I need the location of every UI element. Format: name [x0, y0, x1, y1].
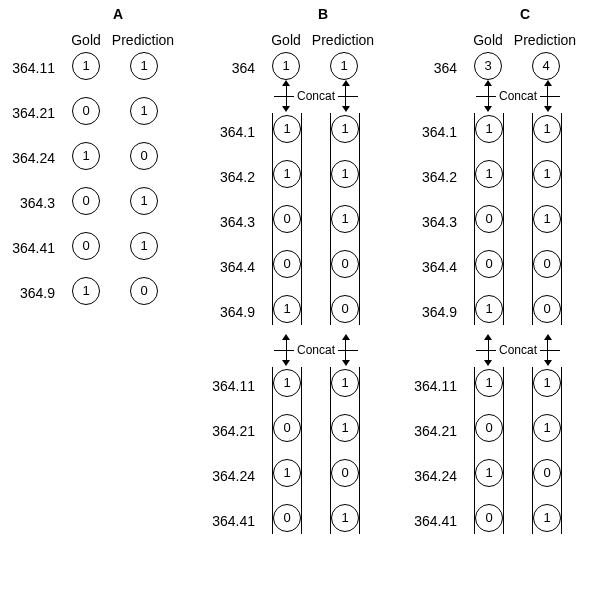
vector-node: 1: [330, 52, 358, 80]
vector-node: 1: [475, 160, 503, 188]
panel-c-pred-header: Prediction: [510, 32, 580, 48]
vector-node: 1: [273, 160, 301, 188]
vector-node: 1: [273, 459, 301, 487]
panel-c-row-label: 364.21: [402, 423, 457, 439]
vector-node: 0: [273, 504, 301, 532]
vector-node: 1: [533, 414, 561, 442]
panel-c-row-label: 364: [402, 60, 457, 76]
panel-c-gold-t2: 1 0 1 0: [474, 367, 504, 534]
vector-node: 3: [474, 52, 502, 80]
panel-c-label: C: [520, 6, 530, 22]
panel-b-row-label: 364.3: [200, 214, 255, 230]
vector-node: 0: [533, 459, 561, 487]
vector-node: 1: [475, 369, 503, 397]
vector-node: 1: [273, 369, 301, 397]
panel-c-gold-t1: 1 1 0 0 1: [474, 113, 504, 325]
panel-b-gold-t2: 1 0 1 0: [272, 367, 302, 534]
vector-node: 1: [533, 160, 561, 188]
vector-node: 1: [331, 160, 359, 188]
panel-a-gold-vector: 1 0 1 0 0 1: [72, 50, 100, 307]
panel-b-label: B: [318, 6, 328, 22]
panel-c-concat-0: Concat: [470, 82, 566, 110]
vector-node: 1: [72, 277, 100, 305]
vector-node: 1: [72, 142, 100, 170]
vector-node: 1: [331, 414, 359, 442]
vector-node: 0: [273, 250, 301, 278]
panel-c-gold-header: Gold: [468, 32, 508, 48]
vector-node: 0: [72, 187, 100, 215]
panel-b-row-label: 364.24: [200, 468, 255, 484]
panel-c-row-label: 364.2: [402, 169, 457, 185]
panel-b-gold-header: Gold: [266, 32, 306, 48]
panel-b-row-label: 364.11: [200, 378, 255, 394]
panel-b-concat-0: Concat: [268, 82, 364, 110]
panel-c-gold-t0: 3: [474, 50, 502, 82]
vector-node: 0: [331, 295, 359, 323]
panel-a-row-label: 364.3: [0, 195, 55, 211]
panel-c-row-label: 364.11: [402, 378, 457, 394]
vector-node: 0: [475, 504, 503, 532]
panel-c-row-label: 364.1: [402, 124, 457, 140]
panel-c-pred-t1: 1 1 1 0 0: [532, 113, 562, 325]
vector-node: 1: [331, 504, 359, 532]
vector-node: 0: [72, 97, 100, 125]
vector-node: 1: [331, 115, 359, 143]
panel-c-row-label: 364.4: [402, 259, 457, 275]
vector-node: 1: [533, 115, 561, 143]
panel-c-row-label: 364.9: [402, 304, 457, 320]
vector-node: 0: [533, 295, 561, 323]
panel-a-gold-header: Gold: [66, 32, 106, 48]
panel-a-row-label: 364.21: [0, 105, 55, 121]
vector-node: 0: [273, 414, 301, 442]
vector-node: 1: [475, 295, 503, 323]
panel-c-row-label: 364.41: [402, 513, 457, 529]
panel-a-row-label: 364.24: [0, 150, 55, 166]
vector-node: 0: [475, 205, 503, 233]
vector-node: 1: [130, 232, 158, 260]
vector-node: 1: [72, 52, 100, 80]
panel-a-pred-vector: 1 1 0 1 1 0: [130, 50, 158, 307]
concat-label: Concat: [294, 89, 338, 103]
panel-b-pred-t1: 1 1 1 0 0: [330, 113, 360, 325]
panel-b-pred-t0: 1: [330, 50, 358, 82]
panel-b-row-label: 364.9: [200, 304, 255, 320]
vector-node: 0: [130, 142, 158, 170]
figure-root: A Gold Prediction 364.11 364.21 364.24 3…: [0, 0, 608, 592]
panel-a-row-label: 364.9: [0, 285, 55, 301]
vector-node: 1: [475, 459, 503, 487]
panel-a-row-label: 364.11: [0, 60, 55, 76]
panel-b-concat-1: Concat: [268, 336, 364, 364]
vector-node: 0: [533, 250, 561, 278]
vector-node: 1: [273, 295, 301, 323]
vector-node: 0: [273, 205, 301, 233]
panel-c-pred-t2: 1 1 0 1: [532, 367, 562, 534]
panel-c-row-label: 364.24: [402, 468, 457, 484]
vector-node: 1: [533, 205, 561, 233]
vector-node: 1: [130, 52, 158, 80]
panel-b-row-label: 364.21: [200, 423, 255, 439]
panel-b-row-label: 364.2: [200, 169, 255, 185]
vector-node: 0: [475, 250, 503, 278]
vector-node: 1: [130, 97, 158, 125]
vector-node: 1: [273, 115, 301, 143]
panel-b-pred-t2: 1 1 0 1: [330, 367, 360, 534]
panel-b-gold-t0: 1: [272, 50, 300, 82]
panel-b-row-label: 364: [200, 60, 255, 76]
vector-node: 1: [331, 369, 359, 397]
vector-node: 0: [475, 414, 503, 442]
panel-a-row-label: 364.41: [0, 240, 55, 256]
panel-b-row-label: 364.1: [200, 124, 255, 140]
vector-node: 1: [533, 369, 561, 397]
vector-node: 1: [130, 187, 158, 215]
panel-c-pred-t0: 4: [532, 50, 560, 82]
concat-label: Concat: [496, 89, 540, 103]
vector-node: 0: [331, 459, 359, 487]
concat-label: Concat: [294, 343, 338, 357]
vector-node: 0: [72, 232, 100, 260]
panel-b-pred-header: Prediction: [308, 32, 378, 48]
panel-c-row-label: 364.3: [402, 214, 457, 230]
vector-node: 1: [331, 205, 359, 233]
panel-a-label: A: [113, 6, 123, 22]
vector-node: 1: [533, 504, 561, 532]
vector-node: 0: [130, 277, 158, 305]
